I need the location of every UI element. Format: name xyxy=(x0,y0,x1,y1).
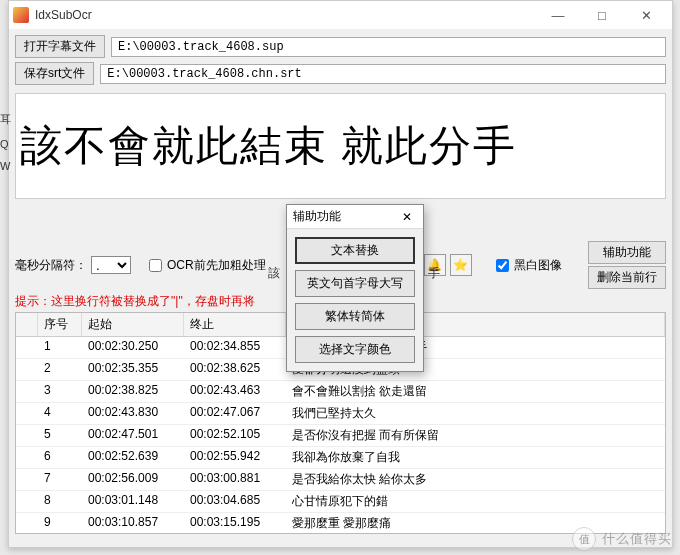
watermark-text: 什么值得买 xyxy=(602,530,672,548)
row-end: 00:02:43.463 xyxy=(184,381,286,402)
ms-sep-label: 毫秒分隔符： xyxy=(15,257,87,274)
aux-dialog-title: 辅助功能 xyxy=(293,208,341,225)
row-marker xyxy=(16,359,38,380)
preview-echo-right: 手 xyxy=(428,265,440,282)
subtitle-preview-panel: 該不會就此結束 就此分手 xyxy=(15,93,666,199)
row-index: 7 xyxy=(38,469,82,490)
maximize-button[interactable]: □ xyxy=(580,1,624,29)
close-button[interactable]: ✕ xyxy=(624,1,668,29)
col-end[interactable]: 终止 xyxy=(184,313,286,336)
aux-dialog: 辅助功能 ✕ 文本替换 英文句首字母大写 繁体转简体 选择文字颜色 xyxy=(286,204,424,372)
row-marker xyxy=(16,403,38,424)
row-start: 00:02:47.501 xyxy=(82,425,184,446)
row-marker xyxy=(16,513,38,534)
row-text: 是否你沒有把握 而有所保留 xyxy=(286,425,665,446)
row-index: 2 xyxy=(38,359,82,380)
table-row[interactable]: 600:02:52.63900:02:55.942我卻為你放棄了自我 xyxy=(16,447,665,469)
text-replace-button[interactable]: 文本替换 xyxy=(295,237,415,264)
row-text: 我卻為你放棄了自我 xyxy=(286,447,665,468)
row-start: 00:02:35.355 xyxy=(82,359,184,380)
subtitle-preview-text: 該不會就此結束 就此分手 xyxy=(20,118,517,174)
row-index: 1 xyxy=(38,337,82,358)
row-text: 是否我給你太快 給你太多 xyxy=(286,469,665,490)
row-start: 00:02:56.009 xyxy=(82,469,184,490)
table-row[interactable]: 300:02:38.82500:02:43.463會不會難以割捨 欲走還留 xyxy=(16,381,665,403)
save-path-input[interactable] xyxy=(100,64,666,84)
row-text: 我們已堅持太久 xyxy=(286,403,665,424)
row-end: 00:02:34.855 xyxy=(184,337,286,358)
pre-bold-checkbox[interactable]: OCR前先加粗处理 xyxy=(145,256,266,275)
delete-row-button[interactable]: 删除当前行 xyxy=(588,266,666,289)
watermark: 值 什么值得买 xyxy=(572,527,672,551)
row-start: 00:02:38.825 xyxy=(82,381,184,402)
open-subtitle-button[interactable]: 打开字幕文件 xyxy=(15,35,105,58)
bw-image-checkbox[interactable]: 黑白图像 xyxy=(492,256,562,275)
titlebar[interactable]: IdxSubOcr — □ ✕ xyxy=(9,1,672,29)
col-index[interactable]: 序号 xyxy=(38,313,82,336)
col-start[interactable]: 起始 xyxy=(82,313,184,336)
capitalize-button[interactable]: 英文句首字母大写 xyxy=(295,270,415,297)
table-row[interactable]: 700:02:56.00900:03:00.881是否我給你太快 給你太多 xyxy=(16,469,665,491)
aux-dialog-titlebar[interactable]: 辅助功能 ✕ xyxy=(287,205,423,229)
row-marker xyxy=(16,491,38,512)
row-marker xyxy=(16,337,38,358)
trad-to-simp-button[interactable]: 繁体转简体 xyxy=(295,303,415,330)
row-index: 6 xyxy=(38,447,82,468)
row-start: 00:03:01.148 xyxy=(82,491,184,512)
row-marker xyxy=(16,469,38,490)
row-text: 心甘情原犯下的錯 xyxy=(286,491,665,512)
table-row[interactable]: 900:03:10.85700:03:15.195愛那麼重 愛那麼痛 xyxy=(16,513,665,534)
row-index: 9 xyxy=(38,513,82,534)
open-path-input[interactable] xyxy=(111,37,666,57)
app-icon xyxy=(13,7,29,23)
aux-functions-button[interactable]: 辅助功能 xyxy=(588,241,666,264)
row-end: 00:02:47.067 xyxy=(184,403,286,424)
table-row[interactable]: 500:02:47.50100:02:52.105是否你沒有把握 而有所保留 xyxy=(16,425,665,447)
ms-sep-select[interactable]: . xyxy=(91,256,131,274)
save-srt-button[interactable]: 保存srt文件 xyxy=(15,62,94,85)
row-marker xyxy=(16,447,38,468)
row-start: 00:03:10.857 xyxy=(82,513,184,534)
row-index: 3 xyxy=(38,381,82,402)
row-marker xyxy=(16,425,38,446)
text-color-button[interactable]: 选择文字颜色 xyxy=(295,336,415,363)
row-end: 00:03:04.685 xyxy=(184,491,286,512)
row-end: 00:02:52.105 xyxy=(184,425,286,446)
table-row[interactable]: 800:03:01.14800:03:04.685心甘情原犯下的錯 xyxy=(16,491,665,513)
left-crop-fragments: 耳 Q W xyxy=(0,112,8,172)
star-icon[interactable]: ⭐ xyxy=(450,254,472,276)
row-end: 00:02:55.942 xyxy=(184,447,286,468)
table-row[interactable]: 400:02:43.83000:02:47.067我們已堅持太久 xyxy=(16,403,665,425)
row-start: 00:02:43.830 xyxy=(82,403,184,424)
row-index: 5 xyxy=(38,425,82,446)
preview-echo-left: 該 xyxy=(268,265,280,282)
watermark-icon: 值 xyxy=(572,527,596,551)
row-text: 會不會難以割捨 欲走還留 xyxy=(286,381,665,402)
col-blank[interactable] xyxy=(16,313,38,336)
row-index: 8 xyxy=(38,491,82,512)
row-end: 00:03:00.881 xyxy=(184,469,286,490)
row-start: 00:02:52.639 xyxy=(82,447,184,468)
row-end: 00:03:15.195 xyxy=(184,513,286,534)
aux-dialog-close-icon[interactable]: ✕ xyxy=(397,210,417,224)
minimize-button[interactable]: — xyxy=(536,1,580,29)
app-title: IdxSubOcr xyxy=(35,8,92,22)
row-index: 4 xyxy=(38,403,82,424)
row-marker xyxy=(16,381,38,402)
row-start: 00:02:30.250 xyxy=(82,337,184,358)
row-end: 00:02:38.625 xyxy=(184,359,286,380)
